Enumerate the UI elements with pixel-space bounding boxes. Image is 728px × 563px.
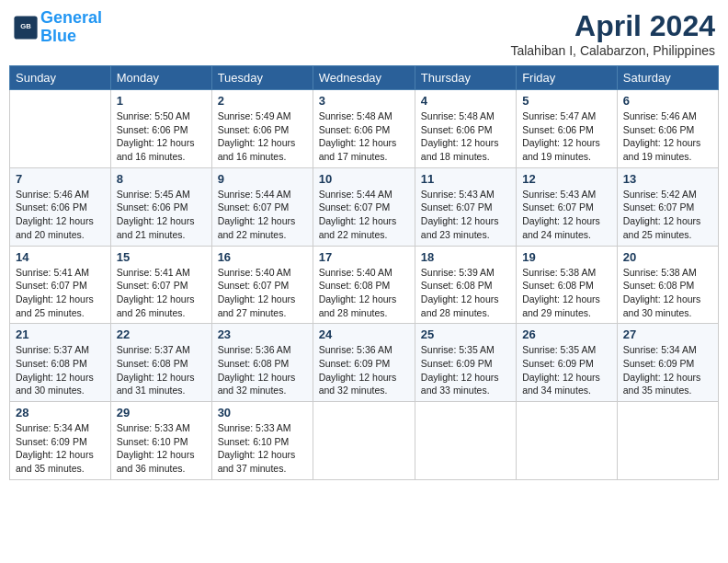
day-number: 21 — [16, 327, 105, 341]
day-number: 4 — [421, 94, 510, 108]
logo-icon: GB — [13, 15, 39, 40]
calendar-cell: 26Sunrise: 5:35 AM Sunset: 6:09 PM Dayli… — [517, 324, 618, 402]
calendar-cell: 12Sunrise: 5:43 AM Sunset: 6:07 PM Dayli… — [517, 167, 618, 246]
day-info: Sunrise: 5:43 AM Sunset: 6:07 PM Dayligh… — [421, 188, 510, 242]
svg-text:GB: GB — [20, 22, 31, 30]
weekday-header-friday: Friday — [517, 66, 618, 90]
day-number: 14 — [16, 250, 105, 264]
day-number: 6 — [623, 94, 712, 108]
location: Talahiban I, Calabarzon, Philippines — [510, 43, 715, 58]
calendar-header-row: SundayMondayTuesdayWednesdayThursdayFrid… — [10, 66, 719, 90]
calendar-cell: 2Sunrise: 5:49 AM Sunset: 6:06 PM Daylig… — [211, 90, 313, 168]
calendar-cell: 17Sunrise: 5:40 AM Sunset: 6:08 PM Dayli… — [313, 246, 415, 324]
calendar-cell: 24Sunrise: 5:36 AM Sunset: 6:09 PM Dayli… — [313, 324, 415, 402]
calendar-week-5: 28Sunrise: 5:34 AM Sunset: 6:09 PM Dayli… — [10, 402, 719, 480]
calendar-week-1: 1Sunrise: 5:50 AM Sunset: 6:06 PM Daylig… — [10, 90, 719, 168]
weekday-header-wednesday: Wednesday — [313, 66, 415, 90]
calendar-week-4: 21Sunrise: 5:37 AM Sunset: 6:08 PM Dayli… — [10, 324, 719, 402]
day-info: Sunrise: 5:47 AM Sunset: 6:06 PM Dayligh… — [522, 109, 611, 164]
calendar-cell: 14Sunrise: 5:41 AM Sunset: 6:07 PM Dayli… — [10, 246, 111, 324]
day-info: Sunrise: 5:44 AM Sunset: 6:07 PM Dayligh… — [218, 188, 307, 242]
calendar-cell: 15Sunrise: 5:41 AM Sunset: 6:07 PM Dayli… — [110, 246, 211, 324]
logo: GB GeneralBlue — [13, 9, 102, 46]
calendar-cell: 6Sunrise: 5:46 AM Sunset: 6:06 PM Daylig… — [617, 90, 718, 168]
day-info: Sunrise: 5:38 AM Sunset: 6:08 PM Dayligh… — [623, 266, 712, 320]
calendar-cell: 21Sunrise: 5:37 AM Sunset: 6:08 PM Dayli… — [10, 324, 111, 402]
calendar-table: SundayMondayTuesdayWednesdayThursdayFrid… — [9, 65, 719, 480]
day-info: Sunrise: 5:37 AM Sunset: 6:08 PM Dayligh… — [16, 343, 105, 397]
calendar-cell: 27Sunrise: 5:34 AM Sunset: 6:09 PM Dayli… — [617, 324, 718, 402]
day-info: Sunrise: 5:34 AM Sunset: 6:09 PM Dayligh… — [16, 421, 105, 476]
calendar-body: 1Sunrise: 5:50 AM Sunset: 6:06 PM Daylig… — [10, 90, 719, 480]
day-number: 3 — [319, 94, 409, 108]
calendar-cell — [617, 402, 718, 480]
weekday-header-saturday: Saturday — [617, 66, 718, 90]
day-info: Sunrise: 5:33 AM Sunset: 6:10 PM Dayligh… — [218, 421, 307, 476]
day-number: 19 — [522, 250, 611, 264]
calendar-cell — [313, 402, 415, 480]
calendar-cell: 4Sunrise: 5:48 AM Sunset: 6:06 PM Daylig… — [415, 90, 516, 168]
weekday-header-thursday: Thursday — [415, 66, 516, 90]
day-info: Sunrise: 5:33 AM Sunset: 6:10 PM Dayligh… — [117, 421, 206, 476]
day-info: Sunrise: 5:46 AM Sunset: 6:06 PM Dayligh… — [16, 188, 105, 242]
day-info: Sunrise: 5:40 AM Sunset: 6:08 PM Dayligh… — [319, 266, 409, 320]
calendar-cell: 23Sunrise: 5:36 AM Sunset: 6:08 PM Dayli… — [211, 324, 313, 402]
day-number: 17 — [319, 250, 409, 264]
day-info: Sunrise: 5:37 AM Sunset: 6:08 PM Dayligh… — [117, 343, 206, 397]
day-number: 10 — [319, 172, 409, 186]
day-number: 1 — [117, 94, 206, 108]
calendar-cell: 3Sunrise: 5:48 AM Sunset: 6:06 PM Daylig… — [313, 90, 415, 168]
day-number: 30 — [218, 406, 307, 419]
day-info: Sunrise: 5:39 AM Sunset: 6:08 PM Dayligh… — [421, 266, 510, 320]
day-info: Sunrise: 5:50 AM Sunset: 6:06 PM Dayligh… — [117, 109, 206, 164]
calendar-week-3: 14Sunrise: 5:41 AM Sunset: 6:07 PM Dayli… — [10, 246, 719, 324]
calendar-cell — [10, 90, 111, 168]
logo-text: GeneralBlue — [40, 9, 102, 46]
day-number: 11 — [421, 172, 510, 186]
day-info: Sunrise: 5:44 AM Sunset: 6:07 PM Dayligh… — [319, 188, 409, 242]
calendar-cell: 10Sunrise: 5:44 AM Sunset: 6:07 PM Dayli… — [313, 167, 415, 246]
day-info: Sunrise: 5:40 AM Sunset: 6:07 PM Dayligh… — [218, 266, 307, 320]
title-block: April 2024 Talahiban I, Calabarzon, Phil… — [510, 9, 715, 58]
calendar-cell: 19Sunrise: 5:38 AM Sunset: 6:08 PM Dayli… — [517, 246, 618, 324]
day-number: 15 — [117, 250, 206, 264]
weekday-header-sunday: Sunday — [10, 66, 111, 90]
day-info: Sunrise: 5:36 AM Sunset: 6:09 PM Dayligh… — [319, 343, 409, 397]
day-number: 29 — [117, 406, 206, 419]
day-number: 7 — [16, 172, 105, 186]
day-number: 25 — [421, 327, 510, 341]
calendar-cell: 20Sunrise: 5:38 AM Sunset: 6:08 PM Dayli… — [617, 246, 718, 324]
calendar-cell: 30Sunrise: 5:33 AM Sunset: 6:10 PM Dayli… — [211, 402, 313, 480]
calendar-cell: 16Sunrise: 5:40 AM Sunset: 6:07 PM Dayli… — [211, 246, 313, 324]
calendar-cell: 22Sunrise: 5:37 AM Sunset: 6:08 PM Dayli… — [110, 324, 211, 402]
month-title: April 2024 — [510, 9, 715, 43]
day-number: 27 — [623, 327, 712, 341]
calendar-cell: 8Sunrise: 5:45 AM Sunset: 6:06 PM Daylig… — [110, 167, 211, 246]
calendar-week-2: 7Sunrise: 5:46 AM Sunset: 6:06 PM Daylig… — [10, 167, 719, 246]
day-info: Sunrise: 5:36 AM Sunset: 6:08 PM Dayligh… — [218, 343, 307, 397]
day-number: 26 — [522, 327, 611, 341]
day-number: 28 — [16, 406, 105, 419]
weekday-header-monday: Monday — [110, 66, 211, 90]
day-number: 12 — [522, 172, 611, 186]
day-info: Sunrise: 5:49 AM Sunset: 6:06 PM Dayligh… — [218, 109, 307, 164]
day-info: Sunrise: 5:43 AM Sunset: 6:07 PM Dayligh… — [522, 188, 611, 242]
calendar-cell — [517, 402, 618, 480]
day-info: Sunrise: 5:46 AM Sunset: 6:06 PM Dayligh… — [623, 109, 712, 164]
day-number: 23 — [218, 327, 307, 341]
day-info: Sunrise: 5:42 AM Sunset: 6:07 PM Dayligh… — [623, 188, 712, 242]
day-number: 16 — [218, 250, 307, 264]
calendar-cell: 18Sunrise: 5:39 AM Sunset: 6:08 PM Dayli… — [415, 246, 516, 324]
day-info: Sunrise: 5:48 AM Sunset: 6:06 PM Dayligh… — [421, 109, 510, 164]
calendar-cell: 7Sunrise: 5:46 AM Sunset: 6:06 PM Daylig… — [10, 167, 111, 246]
day-number: 13 — [623, 172, 712, 186]
day-number: 9 — [218, 172, 307, 186]
page-header: GB GeneralBlue April 2024 Talahiban I, C… — [9, 9, 719, 58]
day-number: 2 — [218, 94, 307, 108]
weekday-header-tuesday: Tuesday — [211, 66, 313, 90]
day-number: 5 — [522, 94, 611, 108]
calendar-cell: 13Sunrise: 5:42 AM Sunset: 6:07 PM Dayli… — [617, 167, 718, 246]
day-info: Sunrise: 5:38 AM Sunset: 6:08 PM Dayligh… — [522, 266, 611, 320]
day-number: 20 — [623, 250, 712, 264]
day-number: 22 — [117, 327, 206, 341]
